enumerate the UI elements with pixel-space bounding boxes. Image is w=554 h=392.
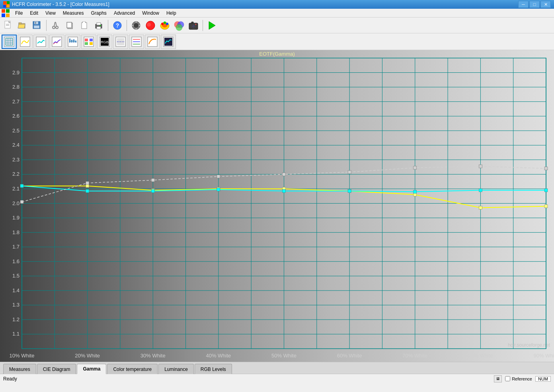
svg-rect-29	[82, 23, 87, 29]
svg-point-44	[147, 23, 151, 27]
svg-rect-93	[148, 37, 157, 47]
svg-rect-82	[90, 42, 93, 45]
toolbar-sep-3	[127, 20, 127, 31]
tab-measures[interactable]: Measures	[3, 364, 36, 374]
svg-point-34	[100, 25, 101, 26]
svg-rect-79	[85, 39, 88, 41]
svg-rect-74	[69, 39, 70, 43]
menu-edit[interactable]: Edit	[27, 9, 41, 17]
reference-checkbox[interactable]	[505, 376, 510, 381]
svg-point-49	[166, 23, 168, 25]
menu-help[interactable]: Help	[163, 9, 179, 17]
title-text: HCFR Colorimeter - 3.5.2 - [Color Measur…	[12, 2, 109, 7]
svg-rect-0	[3, 1, 6, 4]
graph-btn-4[interactable]	[49, 35, 64, 49]
window-controls[interactable]: ─ □ ✕	[518, 1, 551, 8]
svg-rect-27	[67, 22, 72, 28]
graph-btn-3[interactable]	[33, 35, 49, 49]
palette-button[interactable]	[158, 19, 172, 32]
graph-btn-2[interactable]	[18, 35, 33, 49]
help-button[interactable]: ?	[111, 19, 124, 32]
graph-btn-6[interactable]	[81, 35, 96, 49]
app-icon	[3, 1, 10, 8]
chart-area	[0, 50, 554, 362]
paste-button[interactable]	[78, 19, 91, 32]
app-logo	[2, 9, 10, 17]
num-indicator: NUM	[535, 376, 551, 382]
toolbar-sep-2	[108, 20, 108, 31]
open-button[interactable]	[16, 19, 29, 32]
tab-rgb-levels[interactable]: RGB Levels	[195, 364, 232, 374]
multi-color-button[interactable]	[172, 19, 186, 32]
graph-btn-5[interactable]	[65, 35, 80, 49]
tab-gamma[interactable]: Gamma	[77, 364, 106, 374]
svg-rect-76	[73, 39, 74, 43]
camera-button[interactable]	[187, 19, 200, 32]
svg-rect-78	[84, 37, 94, 47]
menu-graphs[interactable]: Graphs	[88, 9, 110, 17]
tab-luminance[interactable]: Luminance	[158, 364, 194, 374]
svg-marker-16	[18, 24, 25, 28]
tab-color-temp[interactable]: Color temperature	[107, 364, 158, 374]
svg-point-21	[53, 26, 55, 29]
svg-rect-75	[71, 40, 72, 43]
svg-rect-77	[75, 41, 76, 43]
graph-btn-7[interactable]: RGB	[97, 35, 112, 49]
svg-line-23	[54, 22, 55, 27]
generator-button[interactable]	[129, 19, 143, 32]
graph-toolbar: RGB	[0, 33, 554, 50]
tab-cie[interactable]: CIE Diagram	[37, 364, 76, 374]
copy-button[interactable]	[63, 19, 77, 32]
graph-btn-10[interactable]	[145, 35, 160, 49]
menu-window[interactable]: Window	[139, 9, 162, 17]
main-toolbar: ?	[0, 17, 554, 33]
graph-btn-1[interactable]	[2, 35, 17, 49]
svg-line-24	[56, 22, 57, 27]
svg-point-48	[164, 21, 166, 24]
close-button[interactable]: ✕	[540, 1, 551, 8]
svg-rect-19	[35, 22, 36, 24]
svg-point-38	[134, 23, 138, 28]
svg-rect-80	[90, 39, 93, 41]
reference-label: Reference	[505, 376, 532, 381]
svg-rect-20	[34, 25, 39, 28]
cut-button[interactable]	[49, 19, 62, 32]
menu-advanced[interactable]: Advanced	[111, 9, 138, 17]
graph-btn-11[interactable]	[161, 35, 176, 49]
toolbar-sep-1	[46, 20, 47, 31]
svg-rect-71	[52, 37, 62, 47]
status-text: Ready	[3, 376, 17, 382]
svg-text:?: ?	[116, 22, 119, 29]
svg-rect-33	[97, 27, 101, 29]
svg-rect-60	[6, 38, 13, 45]
svg-rect-81	[85, 42, 88, 45]
save-button[interactable]	[30, 19, 44, 32]
svg-rect-32	[97, 23, 101, 25]
svg-rect-4	[2, 9, 5, 13]
svg-rect-56	[191, 22, 193, 23]
graph-btn-9[interactable]	[129, 35, 144, 49]
svg-rect-2	[3, 5, 6, 8]
new-button[interactable]	[2, 19, 15, 32]
menu-bar: File Edit View Measures Graphs Advanced …	[0, 9, 554, 17]
menu-file[interactable]: File	[12, 9, 26, 17]
minimize-button[interactable]: ─	[518, 1, 529, 8]
tabs-bar: Measures CIE Diagram Gamma Color tempera…	[0, 362, 554, 374]
menu-view[interactable]: View	[42, 9, 59, 17]
graph-btn-8[interactable]	[113, 35, 128, 49]
svg-point-52	[176, 24, 182, 31]
svg-text:RGB: RGB	[101, 40, 109, 44]
menu-measures[interactable]: Measures	[60, 9, 87, 17]
play-button[interactable]	[205, 19, 219, 32]
svg-rect-30	[83, 22, 85, 23]
status-bar: Ready 🖥 Reference NUM	[0, 374, 554, 383]
status-icon[interactable]: 🖥	[494, 375, 502, 382]
toolbar-sep-4	[203, 20, 203, 31]
svg-rect-1	[7, 1, 10, 4]
maximize-button[interactable]: □	[529, 1, 540, 8]
svg-point-57	[195, 23, 197, 25]
red-color-button[interactable]	[144, 19, 157, 32]
print-button[interactable]	[92, 19, 105, 32]
svg-point-22	[56, 26, 58, 29]
svg-rect-70	[36, 37, 46, 47]
